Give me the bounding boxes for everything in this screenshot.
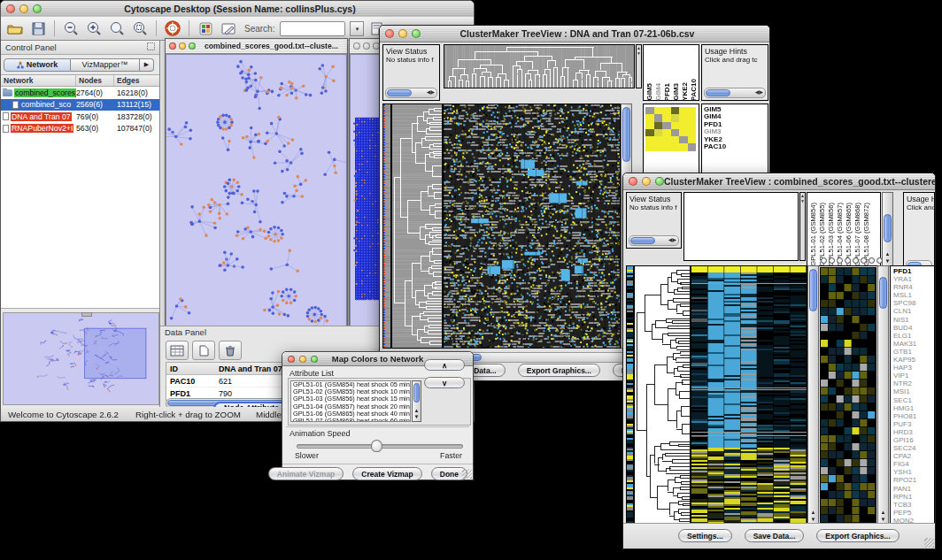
- overview-resize-handle[interactable]: [81, 312, 92, 317]
- column-label[interactable]: GIM3: [672, 83, 680, 101]
- matrix-cell[interactable]: [688, 122, 697, 129]
- column-dendrogram[interactable]: [683, 192, 799, 261]
- matrix-cell[interactable]: [671, 136, 680, 143]
- gene-label[interactable]: GTB1: [893, 348, 934, 356]
- matrix-cell[interactable]: [688, 107, 697, 114]
- heatmap-main[interactable]: [443, 104, 621, 349]
- tab-vizmapper[interactable]: VizMapper™: [71, 58, 140, 72]
- matrix-cell[interactable]: [645, 136, 654, 143]
- matrix-cell[interactable]: [662, 136, 671, 143]
- select-attributes-button[interactable]: [166, 341, 189, 360]
- animate-vizmap-button[interactable]: Animate Vizmap: [268, 467, 344, 480]
- hscrollbar[interactable]: ◀▶: [385, 88, 437, 98]
- column-labels-vscrollbar[interactable]: ▲ ▼: [882, 192, 893, 266]
- matrix-cell[interactable]: [645, 143, 654, 150]
- column-label[interactable]: PFD1: [663, 83, 671, 101]
- matrix-cell[interactable]: [671, 114, 680, 121]
- matrix-cell[interactable]: [654, 122, 663, 129]
- gene-label[interactable]: PFD1: [893, 267, 934, 275]
- create-vizmap-button[interactable]: Create Vizmap: [352, 467, 421, 480]
- matrix-cell[interactable]: [679, 143, 688, 150]
- matrix-cell[interactable]: [654, 143, 663, 150]
- gene-label[interactable]: CLN1: [893, 307, 934, 315]
- move-up-button[interactable]: ∧: [424, 359, 465, 371]
- row-label[interactable]: PAC10: [704, 143, 768, 150]
- gene-label[interactable]: KAP95: [893, 356, 934, 364]
- close-button[interactable]: [169, 42, 176, 50]
- close-button[interactable]: [6, 4, 15, 13]
- gene-label[interactable]: NTR2: [893, 380, 934, 387]
- global-pixel-strip[interactable]: [382, 104, 391, 349]
- gene-label[interactable]: PUF3: [893, 420, 934, 428]
- gene-label[interactable]: PAN1: [893, 485, 934, 493]
- network-list-row[interactable]: RNAPuberNov2+I563(0)107847(0): [1, 123, 159, 135]
- zoom-button[interactable]: [655, 177, 664, 186]
- main-titlebar[interactable]: Cytoscape Desktop (Session Name: collins…: [1, 1, 474, 18]
- matrix-cell[interactable]: [645, 129, 654, 136]
- hscrollbar[interactable]: ◀▶: [629, 235, 679, 246]
- open-file-button[interactable]: [6, 19, 24, 37]
- zoom-vscrollbar[interactable]: ▲ ▼: [877, 265, 889, 525]
- save-button[interactable]: [29, 19, 47, 37]
- save-data-button[interactable]: Save Data...: [745, 529, 805, 542]
- gene-label[interactable]: RNR4: [893, 283, 934, 291]
- column-dendrogram[interactable]: [444, 44, 635, 88]
- network-list-row[interactable]: DNA and Tran 07769(0)183728(0): [1, 111, 159, 123]
- heatmap-zoom-panel[interactable]: [820, 267, 876, 525]
- matrix-cell[interactable]: [679, 129, 688, 136]
- network-list-row[interactable]: combined_scores_2764(0)16218(0): [1, 87, 159, 99]
- settings-button[interactable]: Settings...: [678, 529, 732, 542]
- gene-label[interactable]: MSL1: [893, 291, 934, 299]
- column-label[interactable]: GIM5: [645, 83, 653, 101]
- row-dendrogram[interactable]: [634, 265, 691, 525]
- gene-label[interactable]: SEC24: [893, 444, 934, 452]
- gene-label[interactable]: ELG1: [893, 332, 934, 340]
- gene-label[interactable]: NIS1: [893, 316, 934, 324]
- matrix-cell[interactable]: [679, 114, 688, 121]
- gene-label[interactable]: RPN1: [893, 493, 934, 501]
- gene-label[interactable]: CPA2: [893, 452, 934, 460]
- matrix-cell[interactable]: [645, 122, 654, 129]
- zoom-button[interactable]: [412, 29, 421, 38]
- matrix-cell[interactable]: [662, 114, 671, 121]
- search-dropdown-arrow[interactable]: ▾: [350, 21, 364, 36]
- matrix-cell[interactable]: [688, 114, 697, 121]
- matrix-cell[interactable]: [654, 107, 663, 114]
- zoom-selected-icon[interactable]: [131, 19, 149, 37]
- export-graphics-button[interactable]: Export Graphics...: [816, 529, 899, 542]
- close-button[interactable]: [385, 29, 394, 38]
- matrix-cell[interactable]: [654, 114, 663, 121]
- hscrollbar[interactable]: ◀▶: [704, 88, 766, 98]
- attribute-list-vscrollbar[interactable]: ▲ ▼: [412, 380, 421, 422]
- gene-label[interactable]: GPI16: [893, 436, 934, 444]
- heatmap-vscrollbar[interactable]: ▲ ▼: [807, 265, 819, 525]
- column-label[interactable]: YKE2: [681, 82, 689, 101]
- minimize-button[interactable]: [363, 42, 370, 50]
- tab-network[interactable]: Network: [4, 58, 71, 72]
- matrix-cell[interactable]: [645, 107, 654, 114]
- matrix-cell[interactable]: [688, 136, 697, 143]
- matrix-cell[interactable]: [654, 136, 663, 143]
- heatmap-main[interactable]: [691, 265, 807, 525]
- close-button[interactable]: [629, 177, 637, 186]
- mini-scroll-strip[interactable]: ▲▼: [799, 192, 806, 261]
- column-id[interactable]: ID: [166, 364, 215, 373]
- attribute-list[interactable]: GPL51-01 (GSM854) heat shock 05 minGPL51…: [290, 380, 411, 422]
- matrix-cell[interactable]: [688, 129, 697, 136]
- minimize-button[interactable]: [179, 42, 186, 50]
- gene-label[interactable]: RPO21: [893, 476, 934, 484]
- gene-label[interactable]: YSH1: [893, 468, 934, 476]
- delete-attribute-button[interactable]: [219, 341, 242, 360]
- treeview1-titlebar[interactable]: ClusterMaker TreeView : DNA and Tran 07-…: [380, 26, 769, 42]
- zoom-in-icon[interactable]: [85, 19, 103, 37]
- matrix-cell[interactable]: [679, 122, 688, 129]
- column-edges[interactable]: Edges: [114, 75, 159, 86]
- matrix-cell[interactable]: [679, 107, 688, 114]
- zoom-button[interactable]: [311, 356, 318, 363]
- network-view-titlebar[interactable]: combined_scores_good.txt--cluste...: [166, 39, 347, 54]
- column-label[interactable]: GIM4: [654, 83, 662, 101]
- gene-label[interactable]: PEP5: [893, 509, 934, 517]
- column-nodes[interactable]: Nodes: [76, 75, 114, 86]
- matrix-cell[interactable]: [662, 129, 671, 136]
- network-overview-canvas[interactable]: [4, 313, 157, 403]
